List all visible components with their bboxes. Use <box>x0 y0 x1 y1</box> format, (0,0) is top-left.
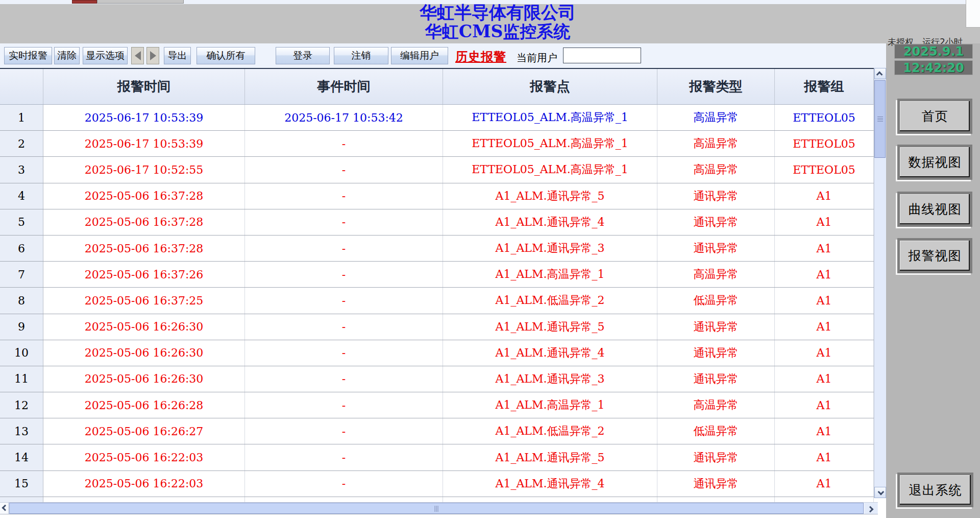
table-row[interactable]: 72025-05-06 16:37:26-A1_ALM.高温异常_1高温异常A1 <box>0 262 886 288</box>
cell-group: A1 <box>775 392 874 418</box>
cell-no: 4 <box>0 183 43 209</box>
cell-type: 通讯异常 <box>657 183 775 209</box>
cell-event_time: - <box>245 262 443 287</box>
cell-alarm_time: 2025-05-06 16:37:28 <box>43 183 245 209</box>
table-row[interactable]: 82025-05-06 16:37:25-A1_ALM.低温异常_2低温异常A1 <box>0 288 886 314</box>
table-row[interactable]: 92025-05-06 16:26:30-A1_ALM.通讯异常_5通讯异常A1 <box>0 314 886 340</box>
prev-page-button[interactable] <box>131 47 144 64</box>
table-row[interactable]: 102025-05-06 16:26:30-A1_ALM.通讯异常_4通讯异常A… <box>0 340 886 366</box>
clear-button[interactable]: 清除 <box>54 47 80 64</box>
cell-group: ETTEOL05 <box>775 131 874 156</box>
thumb-grip-icon <box>877 116 883 123</box>
nav-data-view-button[interactable]: 数据视图 <box>897 145 972 180</box>
header-point: 报警点 <box>443 69 657 104</box>
cell-no: 9 <box>0 314 43 340</box>
cell-type: 低温异常 <box>657 418 775 444</box>
corner-notch <box>966 0 980 28</box>
scroll-up-button[interactable] <box>874 68 886 79</box>
cell-empty <box>0 497 43 502</box>
next-page-button[interactable] <box>146 47 159 64</box>
cell-type: 高温异常 <box>657 131 775 156</box>
scroll-right-button[interactable] <box>865 503 877 514</box>
table-row[interactable]: 152025-05-06 16:22:03-A1_ALM.通讯异常_4通讯异常A… <box>0 471 886 497</box>
current-user-label: 当前用户 <box>517 51 557 65</box>
cell-empty <box>443 497 657 502</box>
cell-event_time: 2025-06-17 10:53:42 <box>245 105 443 130</box>
cell-event_time: - <box>245 392 443 418</box>
cell-event_time: - <box>245 209 443 235</box>
cell-type: 通讯异常 <box>657 471 775 497</box>
scroll-down-button[interactable] <box>874 487 886 498</box>
cell-empty <box>775 497 874 502</box>
cell-group: A1 <box>775 471 874 497</box>
cell-point: ETTEOL05_ALM.高温异常_1 <box>443 105 657 130</box>
header-group: 报警组 <box>775 69 874 104</box>
cell-group: ETTEOL05 <box>775 105 874 130</box>
cell-group: A1 <box>775 236 874 261</box>
cell-event_time: - <box>245 418 443 444</box>
exit-system-button[interactable]: 退出系统 <box>897 473 973 507</box>
nav-home-button[interactable]: 首页 <box>897 99 972 134</box>
display-options-button[interactable]: 显示选项 <box>83 47 128 64</box>
nav-alarm-view-button[interactable]: 报警视图 <box>897 238 972 273</box>
cell-no: 3 <box>0 157 43 182</box>
edit-user-button[interactable]: 编辑用户 <box>391 47 448 64</box>
cell-type: 高温异常 <box>657 392 775 418</box>
cell-event_time: - <box>245 444 443 470</box>
right-triangle-icon <box>150 51 156 60</box>
cell-group: A1 <box>775 209 874 235</box>
export-button[interactable]: 导出 <box>164 47 191 64</box>
cell-alarm_time: 2025-05-06 16:37:28 <box>43 209 245 235</box>
table-row[interactable]: 62025-05-06 16:37:28-A1_ALM.通讯异常_3通讯异常A1 <box>0 236 886 262</box>
table-row[interactable]: 52025-05-06 16:37:28-A1_ALM.通讯异常_4通讯异常A1 <box>0 209 886 236</box>
cell-no: 7 <box>0 262 43 287</box>
cell-point: A1_ALM.高温异常_1 <box>443 262 657 287</box>
header-event-time: 事件时间 <box>245 69 443 104</box>
horizontal-scrollbar-thumb[interactable] <box>9 503 864 514</box>
cell-event_time: - <box>245 183 443 209</box>
scroll-left-button[interactable] <box>0 503 9 514</box>
login-button[interactable]: 登录 <box>276 47 330 64</box>
cell-event_time: - <box>245 131 443 156</box>
table-row[interactable]: 12025-06-17 10:53:392025-06-17 10:53:42E… <box>0 105 886 131</box>
table-row[interactable]: 132025-05-06 16:26:27-A1_ALM.低温异常_2低温异常A… <box>0 418 886 444</box>
confirm-all-button[interactable]: 确认所有 <box>197 47 255 64</box>
chevron-left-icon <box>2 504 8 511</box>
horizontal-scrollbar[interactable] <box>0 502 878 514</box>
cell-group: A1 <box>775 183 874 209</box>
table-row[interactable]: 142025-05-06 16:22:03-A1_ALM.通讯异常_5通讯异常A… <box>0 444 886 470</box>
cell-group: A1 <box>775 340 874 366</box>
nav-curve-view-button[interactable]: 曲线视图 <box>897 192 972 227</box>
realtime-alarm-button[interactable]: 实时报警 <box>4 47 52 64</box>
thumb-grip-icon <box>435 506 438 512</box>
cell-type: 通讯异常 <box>657 444 775 470</box>
cell-type: 通讯异常 <box>657 209 775 235</box>
cell-alarm_time: 2025-05-06 16:26:30 <box>43 366 245 392</box>
cell-alarm_time: 2025-05-06 16:26:28 <box>43 392 245 418</box>
cell-type: 高温异常 <box>657 157 775 182</box>
cell-alarm_time: 2025-06-17 10:53:39 <box>43 105 245 130</box>
current-user-input[interactable] <box>563 48 641 63</box>
table-header-row: 报警时间 事件时间 报警点 报警类型 报警组 <box>0 69 886 105</box>
alarm-rows: 12025-06-17 10:53:392025-06-17 10:53:42E… <box>0 105 886 502</box>
date-display: 2025.9.1 <box>894 44 973 59</box>
table-row[interactable]: 22025-06-17 10:53:39-ETTEOL05_ALM.高温异常_1… <box>0 131 886 157</box>
history-alarm-link[interactable]: 历史报警 <box>455 49 506 65</box>
cell-point: A1_ALM.通讯异常_4 <box>443 340 657 366</box>
cell-event_time: - <box>245 340 443 366</box>
cell-no: 2 <box>0 131 43 156</box>
cell-point: A1_ALM.通讯异常_4 <box>443 209 657 235</box>
cell-alarm_time: 2025-06-17 10:53:39 <box>43 131 245 156</box>
table-row[interactable]: 112025-05-06 16:26:30-A1_ALM.通讯异常_3通讯异常A… <box>0 366 886 392</box>
table-row[interactable]: 42025-05-06 16:37:28-A1_ALM.通讯异常_5通讯异常A1 <box>0 183 886 209</box>
vertical-scrollbar-thumb[interactable] <box>874 80 886 158</box>
table-row[interactable]: 122025-05-06 16:26:28-A1_ALM.高温异常_1高温异常A… <box>0 392 886 418</box>
cell-group: A1 <box>775 288 874 313</box>
vertical-scrollbar[interactable] <box>874 68 886 498</box>
cell-event_time: - <box>245 366 443 392</box>
cell-no: 14 <box>0 444 43 470</box>
cell-empty <box>657 497 775 502</box>
table-row[interactable]: 32025-06-17 10:52:55-ETTEOL05_ALM.高温异常_1… <box>0 157 886 183</box>
chevron-up-icon <box>876 71 883 78</box>
logout-button[interactable]: 注销 <box>334 47 388 64</box>
